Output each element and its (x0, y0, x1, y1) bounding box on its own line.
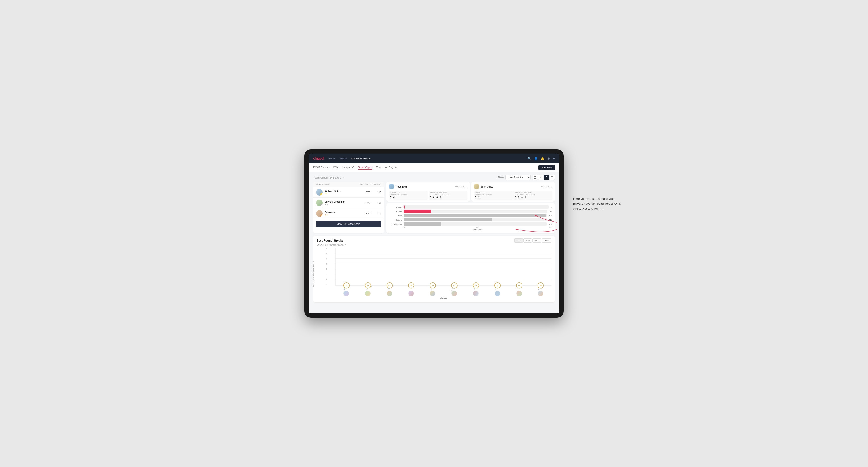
mini-avatar (473, 290, 478, 296)
lollipop-area: 7x 6x 6x 5x 5x 4x 4x 4x 3x 3x (335, 248, 552, 286)
filter-app[interactable]: APP (523, 239, 532, 243)
bar-track (404, 210, 548, 213)
lollipop-label: 3x (537, 282, 544, 288)
bar-value: 131 (549, 223, 552, 225)
y-label-2: 2 (326, 273, 327, 275)
sub-nav-team-clippd[interactable]: Team Clippd (358, 166, 372, 169)
pc-date-josh: 26 Aug 2023 (540, 185, 552, 188)
table-row[interactable]: 1 Richard Butler ♥ 1 19/20 110 (313, 187, 384, 198)
streaks-subtitle: Off The Tee, Fairway Accuracy (316, 244, 552, 246)
grid-view-btn[interactable] (533, 175, 538, 180)
bar-track (404, 206, 549, 209)
view-leaderboard-button[interactable]: View Full Leaderboard (316, 221, 381, 227)
streaks-header: Best Round Streaks OTT APP ARG PUTT (316, 239, 552, 243)
bell-icon[interactable]: 🔔 (540, 157, 545, 160)
bar-label: Birdies (389, 210, 402, 213)
bar-chart-card: Eagles 3 Birdies 96 Pars 499 Bogeys 311 (386, 203, 555, 233)
period-select[interactable]: Last 3 months Last 6 months Last 12 mont… (505, 175, 531, 180)
player-badge-1: ♥ 1 (324, 192, 341, 195)
avatar-3: 3 (316, 210, 323, 217)
filter-putt[interactable]: PUTT (542, 239, 552, 243)
pc-avatar-rees (389, 184, 394, 189)
nav-bar: clippd Home Teams My Performance 🔍 👤 🔔 ⚙… (309, 154, 559, 163)
bar-fill (404, 222, 441, 226)
search-icon[interactable]: 🔍 (527, 157, 531, 160)
lollipop-label: 7x (343, 282, 349, 288)
lollipop-label: 3x (516, 282, 522, 288)
filter-arg[interactable]: ARG (532, 239, 541, 243)
player-info-1: 1 Richard Butler ♥ 1 (316, 189, 365, 195)
practice-activities-josh: Total Practice Activities OTT APP ARG PU… (514, 191, 552, 200)
bar-value: 311 (549, 219, 552, 221)
lb-col-pb-score: PB SCORE (359, 183, 369, 185)
team-title-area: Team Clippd | 14 Players ✎ (313, 175, 345, 180)
rounds-vals-rees: 7 4 (390, 196, 426, 199)
y-axis-label: Best Streak, Fairway Accuracy (312, 261, 314, 286)
practice-activities-rees: Total Practice Activities OTT APP ARG PU… (429, 191, 467, 200)
practice-sub-rees: OTT APP ARG PUTT (430, 194, 466, 195)
annotation: Here you can see streaks your players ha… (573, 196, 623, 211)
lollipop-label: 4x (451, 282, 457, 288)
settings-icon[interactable]: ⚙ (547, 157, 550, 160)
add-team-button[interactable]: Add Team (538, 165, 555, 170)
pc-stats-josh: Total Rounds Tournament Practice 7 2 (474, 191, 552, 200)
lollipop-label: 4x (473, 282, 479, 288)
show-controls: Show Last 3 months Last 6 months Last 12… (498, 175, 555, 180)
table-row[interactable]: 3 Cameron... ▲ 3 17/20 103 (313, 208, 384, 219)
leaderboard-card: PLAYER NAME PB SCORE PB AVG SQ 1 (313, 182, 384, 233)
sub-nav-all-players[interactable]: All Players (385, 166, 398, 169)
total-rounds-josh: Total Rounds Tournament Practice 7 2 (474, 191, 513, 200)
mini-avatar (516, 290, 522, 296)
lollipop-label: 5x (408, 282, 414, 288)
grid-line (336, 253, 552, 253)
player-info-2: 2 Edward Crossman ▲ 2 (316, 199, 365, 206)
player-badge-3: ▲ 3 (324, 214, 337, 216)
bar-row: Bogeys 311 (389, 218, 552, 221)
rounds-sub-josh: Tournament Practice (475, 194, 511, 195)
mini-avatar (408, 290, 414, 296)
nav-home[interactable]: Home (328, 157, 335, 160)
nav-teams[interactable]: Teams (339, 157, 347, 160)
x-label-400: 400 (549, 227, 552, 228)
pb-score-2: 18/20 (365, 201, 374, 204)
player-badge-2: ▲ 2 (324, 203, 345, 205)
view-icons: ≡ ☰ ☷ (533, 175, 555, 180)
table-row[interactable]: 2 Edward Crossman ▲ 2 18/20 107 (313, 198, 384, 208)
y-label-7: 7 (326, 248, 327, 250)
avatar-icon[interactable]: ● (553, 157, 555, 160)
bar-value: 3 (551, 206, 552, 208)
y-label-6: 6 (326, 253, 327, 255)
practice-vals-josh: 0 0 0 1 (515, 196, 551, 199)
sub-nav-pga[interactable]: PGA (333, 166, 339, 169)
chart-row: 0 1 2 3 4 5 6 7 (335, 248, 552, 286)
list-view-btn[interactable]: ≡ (538, 175, 544, 180)
bar-label: Pars (389, 215, 402, 217)
lb-table-header: PLAYER NAME PB SCORE PB AVG SQ (313, 182, 384, 187)
lollipop-label: 4x (494, 282, 500, 288)
bar-chart-inner: Eagles 3 Birdies 96 Pars 499 Bogeys 311 (389, 206, 552, 226)
nav-my-performance[interactable]: My Performance (351, 157, 371, 160)
streaks-filter-btns: OTT APP ARG PUTT (515, 239, 552, 243)
practice-vals-rees: 0 0 0 0 (430, 196, 466, 199)
annotation-text: Here you can see streaks your players ha… (573, 196, 623, 211)
player-card-josh: Josh Coles 26 Aug 2023 Total Rounds Tour… (471, 182, 555, 201)
card-view-btn[interactable]: ☰ (544, 175, 549, 180)
pc-stats-rees: Total Rounds Tournament Practice 7 4 (389, 191, 467, 200)
total-rounds-rees: Total Rounds Tournament Practice 7 4 (389, 191, 428, 200)
table-view-btn[interactable]: ☷ (550, 175, 555, 180)
grid-lines (336, 248, 552, 285)
bar-value: 96 (550, 210, 552, 213)
player-cards-row: Rees Britt 02 Sep 2023 Total Rounds Tour… (386, 182, 555, 201)
player-name-3: Cameron... ▲ 3 (324, 211, 337, 216)
sub-nav-hcaps[interactable]: Hcaps 1-5 (342, 166, 354, 169)
person-icon[interactable]: 👤 (534, 157, 538, 160)
sub-nav-tour[interactable]: Tour (376, 166, 381, 169)
grid-line (336, 258, 552, 258)
edit-icon[interactable]: ✎ (342, 176, 345, 179)
filter-ott[interactable]: OTT (515, 239, 523, 243)
mini-avatar (343, 290, 349, 296)
lb-col-pb-avg: PB AVG SQ (369, 183, 381, 185)
grid-line (336, 275, 552, 275)
sub-nav-pgat[interactable]: PGAT Players (313, 166, 330, 169)
sub-nav-right: Add Team (538, 165, 555, 170)
